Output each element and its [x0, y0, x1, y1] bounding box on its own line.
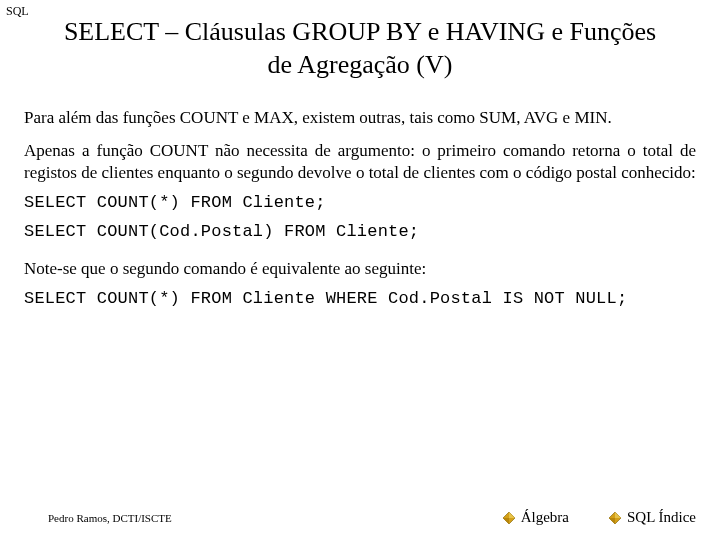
diamond-icon [609, 512, 621, 524]
footer-author: Pedro Ramos, DCTI/ISCTE [48, 512, 463, 524]
svg-marker-5 [609, 518, 615, 524]
link-algebra[interactable]: Álgebra [503, 509, 569, 526]
paragraph-note: Note-se que o segundo comando é equivale… [0, 241, 720, 279]
footer: Pedro Ramos, DCTI/ISCTE Álgebra SQL Índi… [0, 509, 720, 526]
link-label: SQL Índice [627, 509, 696, 526]
diamond-icon [503, 512, 515, 524]
paragraph-intro: Para além das funções COUNT e MAX, exist… [0, 91, 720, 128]
code-sample-2: SELECT COUNT(Cod.Postal) FROM Cliente; [0, 212, 720, 241]
link-label: Álgebra [521, 509, 569, 526]
paragraph-explanation: Apenas a função COUNT não necessita de a… [0, 128, 720, 183]
code-sample-1: SELECT COUNT(*) FROM Cliente; [0, 183, 720, 212]
code-sample-3: SELECT COUNT(*) FROM Cliente WHERE Cod.P… [0, 279, 720, 308]
page-title: SELECT – Cláusulas GROUP BY e HAVING e F… [0, 0, 720, 91]
link-sql-indice[interactable]: SQL Índice [609, 509, 696, 526]
corner-label: SQL [6, 4, 29, 19]
svg-marker-1 [509, 512, 515, 518]
svg-marker-4 [615, 512, 621, 518]
